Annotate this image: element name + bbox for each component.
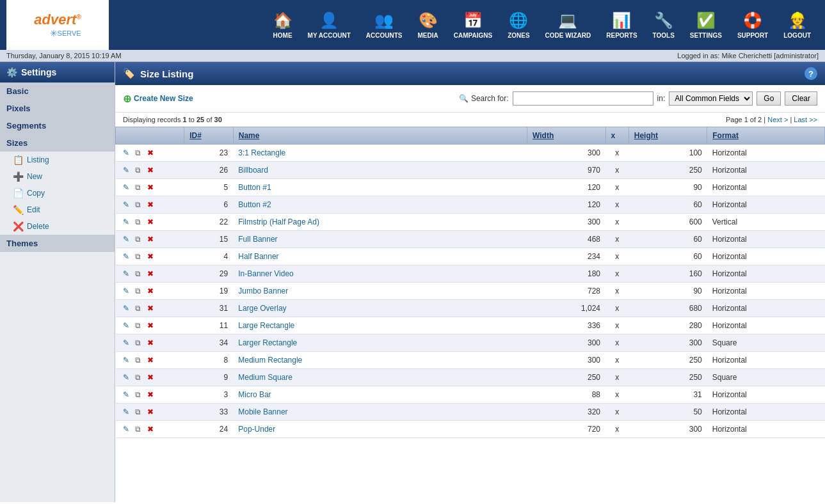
row-name-link[interactable]: Micro Bar [238,390,271,399]
sidebar-section-basic[interactable]: Basic [0,83,115,100]
edit-icon[interactable]: ✎ [121,303,131,313]
sort-name[interactable]: Name [239,131,260,140]
nav-item-code-wizard[interactable]: 💻CODE WIZARD [538,0,599,50]
help-icon[interactable]: ? [805,67,817,80]
row-name-link[interactable]: 3:1 Rectangle [238,148,285,157]
copy-icon[interactable]: ⧉ [133,286,143,296]
edit-icon[interactable]: ✎ [121,200,131,210]
sidebar-section-pixels[interactable]: Pixels [0,100,115,117]
delete-icon[interactable]: ✖ [145,338,156,348]
copy-icon[interactable]: ⧉ [133,165,143,175]
row-name-link[interactable]: Medium Rectangle [238,356,302,365]
row-name-link[interactable]: Large Overlay [238,304,286,313]
edit-icon[interactable]: ✎ [121,338,131,348]
edit-icon[interactable]: ✎ [121,320,131,331]
delete-icon[interactable]: ✖ [145,303,156,313]
edit-icon[interactable]: ✎ [121,182,131,193]
row-name-link[interactable]: Half Banner [238,252,278,261]
copy-icon[interactable]: ⧉ [133,320,143,331]
copy-icon[interactable]: ⧉ [133,234,143,244]
nav-item-media[interactable]: 🎨MEDIA [410,0,446,50]
sidebar-item-listing[interactable]: 📋Listing [0,152,115,168]
create-new-size-link[interactable]: ⊕ Create New Size [123,93,193,105]
delete-icon[interactable]: ✖ [145,217,156,227]
delete-icon[interactable]: ✖ [145,372,156,382]
row-name-link[interactable]: Jumbo Banner [238,287,288,295]
sidebar-item-new[interactable]: ➕New [0,168,115,185]
row-name-link[interactable]: Pop-Under [238,425,275,434]
clear-button[interactable]: Clear [785,91,817,106]
copy-icon[interactable]: ⧉ [133,338,143,348]
row-name-link[interactable]: Filmstrip (Half Page Ad) [238,217,319,226]
sidebar-section-segments[interactable]: Segments [0,117,115,134]
edit-icon[interactable]: ✎ [121,355,131,365]
nav-item-my-account[interactable]: 👤MY ACCOUNT [300,0,358,50]
delete-icon[interactable]: ✖ [145,407,156,417]
copy-icon[interactable]: ⧉ [133,303,143,313]
edit-icon[interactable]: ✎ [121,251,131,262]
delete-icon[interactable]: ✖ [145,320,156,331]
next-link[interactable]: Next > [767,116,788,123]
copy-icon[interactable]: ⧉ [133,217,143,227]
sidebar-item-delete[interactable]: ❌Delete [0,218,115,235]
nav-item-accounts[interactable]: 👥ACCOUNTS [358,0,410,50]
edit-icon[interactable]: ✎ [121,372,131,382]
copy-icon[interactable]: ⧉ [133,424,143,434]
row-name-link[interactable]: Full Banner [238,235,277,244]
copy-icon[interactable]: ⧉ [133,355,143,365]
row-name-link[interactable]: Button #2 [238,200,271,209]
nav-item-support[interactable]: 🛟SUPPORT [730,0,776,50]
delete-icon[interactable]: ✖ [145,251,156,262]
delete-icon[interactable]: ✖ [145,234,156,244]
copy-icon[interactable]: ⧉ [133,407,143,417]
copy-icon[interactable]: ⧉ [133,372,143,382]
row-name-link[interactable]: Large Rectangle [238,321,294,330]
edit-icon[interactable]: ✎ [121,148,131,158]
row-name-link[interactable]: Billboard [238,166,268,175]
nav-item-tools[interactable]: 🔧ToOLS [645,0,682,50]
row-name-link[interactable]: Larger Rectangle [238,338,297,347]
delete-icon[interactable]: ✖ [145,269,156,279]
go-button[interactable]: Go [757,91,781,106]
copy-icon[interactable]: ⧉ [133,390,143,400]
sort-height[interactable]: Height [634,131,658,140]
edit-icon[interactable]: ✎ [121,390,131,400]
sidebar-section-themes[interactable]: Themes [0,235,115,252]
delete-icon[interactable]: ✖ [145,165,156,175]
sort-width[interactable]: Width [533,131,554,140]
nav-item-home[interactable]: 🏠HOME [266,0,300,50]
sidebar-item-edit[interactable]: ✏️Edit [0,201,115,218]
sidebar-item-copy[interactable]: 📄Copy [0,185,115,201]
last-link[interactable]: Last >> [794,116,817,123]
delete-icon[interactable]: ✖ [145,390,156,400]
row-name-link[interactable]: In-Banner Video [238,269,294,278]
nav-item-logout[interactable]: 👷LOGOUT [776,0,819,50]
nav-item-zones[interactable]: 🌐ZONES [500,0,537,50]
edit-icon[interactable]: ✎ [121,286,131,296]
row-name-link[interactable]: Mobile Banner [238,407,287,416]
sort-id[interactable]: ID# [189,131,202,140]
delete-icon[interactable]: ✖ [145,148,156,158]
row-name-link[interactable]: Button #1 [238,183,271,192]
nav-item-campaigns[interactable]: 📅CAMPAIGNS [446,0,500,50]
copy-icon[interactable]: ⧉ [133,269,143,279]
edit-icon[interactable]: ✎ [121,407,131,417]
delete-icon[interactable]: ✖ [145,286,156,296]
edit-icon[interactable]: ✎ [121,165,131,175]
delete-icon[interactable]: ✖ [145,424,156,434]
copy-icon[interactable]: ⧉ [133,148,143,158]
edit-icon[interactable]: ✎ [121,217,131,227]
search-in-select[interactable]: All Common Fields [669,91,753,106]
copy-icon[interactable]: ⧉ [133,200,143,210]
copy-icon[interactable]: ⧉ [133,251,143,262]
delete-icon[interactable]: ✖ [145,355,156,365]
delete-icon[interactable]: ✖ [145,182,156,193]
sidebar-section-sizes[interactable]: Sizes [0,134,115,152]
copy-icon[interactable]: ⧉ [133,182,143,193]
row-name-link[interactable]: Medium Square [238,373,292,382]
edit-icon[interactable]: ✎ [121,424,131,434]
search-input[interactable] [513,91,653,106]
nav-item-settings[interactable]: ✅SETTINGS [682,0,730,50]
edit-icon[interactable]: ✎ [121,269,131,279]
sort-format[interactable]: Format [712,131,739,140]
